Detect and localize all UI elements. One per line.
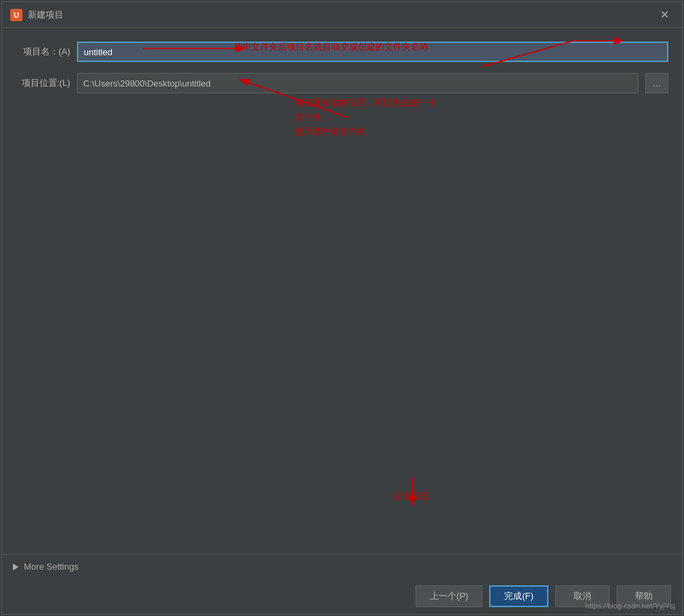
close-button[interactable]: ✕ (655, 5, 674, 25)
project-location-row: 项目位置:(L) ... (16, 73, 668, 93)
watermark: https://blog.csdn.net/YyjYsj (585, 602, 675, 610)
browse-button[interactable]: ... (645, 73, 668, 93)
bottom-section: More Settings 上一个(P) 完成(F) 取消 帮助 (2, 554, 682, 614)
project-location-label: 项目位置:(L) (16, 77, 70, 89)
project-name-input[interactable] (77, 42, 668, 62)
project-name-row: 项目名：(A) (16, 42, 668, 62)
finish-button[interactable]: 完成(F) (489, 585, 548, 607)
project-location-input[interactable] (77, 73, 638, 93)
more-settings-toggle[interactable]: More Settings (2, 555, 682, 579)
app-icon: U (10, 9, 22, 21)
button-bar: 上一个(P) 完成(F) 取消 帮助 (2, 579, 682, 614)
prev-button[interactable]: 上一个(P) (416, 585, 482, 607)
annotation-layer: 选中文件夹后项目名就自动变成创建的文件夹名称 项目准备放的位置，可以先创建一个文… (2, 28, 682, 554)
project-name-label: 项目名：(A) (16, 46, 70, 58)
annotation-location: 项目准备放的位置，可以先创建一个文件夹， 然后选中该文件夹 (295, 96, 445, 138)
dialog-content: 项目名：(A) 项目位置:(L) ... (2, 28, 682, 554)
dialog-title: 新建项目 (28, 9, 649, 21)
more-settings-label: More Settings (24, 561, 78, 572)
click-hint: 点击完成 (377, 490, 445, 502)
new-project-dialog: U 新建项目 ✕ 项目名：(A) 项目位置:(L) ... (1, 1, 683, 615)
more-settings-icon (13, 564, 18, 570)
title-bar: U 新建项目 ✕ (2, 2, 682, 28)
